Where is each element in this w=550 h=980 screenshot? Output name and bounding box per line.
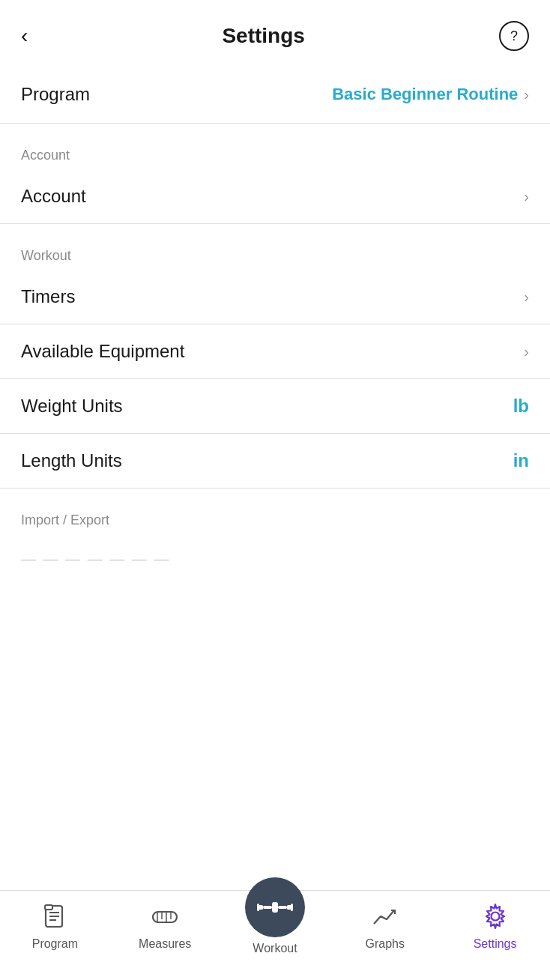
settings-nav-label: Settings — [474, 937, 517, 951]
account-section-header: Account — [0, 124, 550, 169]
graphs-nav-icon — [369, 900, 402, 933]
svg-rect-11 — [257, 904, 259, 911]
workout-nav-label: Workout — [253, 942, 297, 955]
help-button[interactable]: ? — [499, 21, 529, 51]
measures-nav-icon — [148, 900, 181, 933]
length-units-row-right: in — [513, 450, 529, 471]
nav-item-measures[interactable]: Measures — [120, 900, 210, 951]
svg-rect-16 — [291, 904, 293, 911]
nav-item-graphs[interactable]: Graphs — [340, 900, 430, 951]
svg-rect-13 — [263, 906, 272, 909]
bottom-nav: Program Measures — [0, 890, 550, 980]
nav-item-program[interactable]: Program — [10, 900, 100, 951]
program-value-wrap: Basic Beginner Routine › — [332, 85, 529, 104]
main-content: Program Basic Beginner Routine › Account… — [0, 66, 550, 682]
settings-nav-icon — [479, 900, 512, 933]
equipment-label: Available Equipment — [21, 341, 184, 362]
account-chevron-icon: › — [524, 188, 529, 205]
account-row[interactable]: Account › — [0, 169, 550, 224]
graphs-nav-label: Graphs — [366, 937, 405, 951]
length-units-row[interactable]: Length Units in — [0, 434, 550, 489]
svg-rect-12 — [272, 902, 278, 913]
nav-item-workout[interactable]: Workout — [230, 877, 320, 955]
account-row-label: Account — [21, 186, 86, 207]
equipment-row[interactable]: Available Equipment › — [0, 324, 550, 379]
timers-label: Timers — [21, 286, 75, 307]
timers-row[interactable]: Timers › — [0, 270, 550, 324]
weight-units-label: Weight Units — [21, 396, 123, 417]
length-units-value: in — [513, 450, 529, 471]
program-label: Program — [21, 84, 90, 105]
help-icon: ? — [510, 28, 518, 44]
back-button[interactable]: ‹ — [21, 24, 28, 48]
nav-item-settings[interactable]: Settings — [450, 900, 540, 951]
length-units-label: Length Units — [21, 450, 122, 471]
measures-nav-label: Measures — [139, 937, 191, 951]
weight-units-row-right: lb — [513, 396, 529, 417]
equipment-chevron-icon: › — [524, 343, 529, 360]
program-row[interactable]: Program Basic Beginner Routine › — [0, 66, 550, 124]
import-export-partial-row: — — — — — — — — [0, 534, 550, 584]
import-export-section: Import / Export — — — — — — — — [0, 489, 550, 584]
weight-units-row[interactable]: Weight Units lb — [0, 379, 550, 434]
svg-rect-5 — [153, 912, 177, 922]
program-nav-icon — [38, 900, 71, 933]
equipment-row-right: › — [524, 343, 529, 360]
svg-rect-4 — [45, 905, 52, 910]
page-title: Settings — [222, 24, 304, 48]
timers-row-right: › — [524, 288, 529, 306]
svg-point-17 — [491, 913, 499, 921]
timers-chevron-icon: › — [524, 288, 529, 306]
account-row-right: › — [524, 188, 529, 205]
program-chevron-icon: › — [524, 86, 529, 103]
app-header: ‹ Settings ? — [0, 0, 550, 66]
weight-units-value: lb — [513, 396, 529, 417]
workout-center-circle — [245, 877, 305, 937]
program-nav-label: Program — [32, 937, 78, 951]
svg-rect-14 — [278, 906, 287, 909]
program-value: Basic Beginner Routine — [332, 85, 518, 104]
import-export-header: Import / Export — [0, 512, 550, 534]
workout-section-header: Workout — [0, 224, 550, 270]
